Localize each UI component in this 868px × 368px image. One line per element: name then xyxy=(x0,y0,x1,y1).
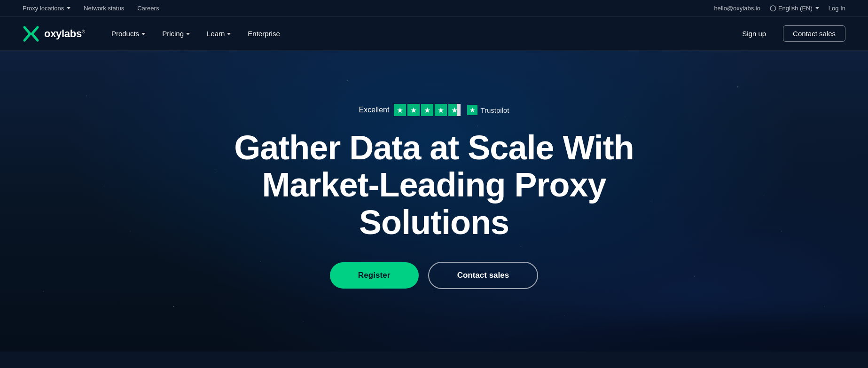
star-1: ★ xyxy=(394,104,406,116)
trustpilot-name: Trustpilot xyxy=(480,106,509,114)
learn-chevron xyxy=(227,33,231,35)
star-5-half: ★ xyxy=(448,104,461,116)
contact-sales-nav-button[interactable]: Contact sales xyxy=(783,25,845,42)
login-link[interactable]: Log In xyxy=(829,5,845,12)
star-4: ★ xyxy=(435,104,447,116)
proxy-locations-link[interactable]: Proxy locations xyxy=(23,5,70,12)
language-chevron xyxy=(815,7,819,9)
email-link[interactable]: hello@oxylabs.io xyxy=(714,5,760,12)
hero-headline: Gather Data at Scale With Market-Leading… xyxy=(223,129,646,241)
hero-ctas: Register Contact sales xyxy=(330,262,538,289)
trustpilot-excellent: Excellent xyxy=(359,106,389,114)
navbar-right: Sign up Contact sales xyxy=(733,25,845,42)
nav-enterprise[interactable]: Enterprise xyxy=(240,26,287,41)
nav-pricing[interactable]: Pricing xyxy=(155,26,197,41)
proxy-locations-chevron xyxy=(67,7,70,9)
topbar-left: Proxy locations Network status Careers xyxy=(23,5,159,12)
trustpilot-logo: ★ Trustpilot xyxy=(467,105,509,115)
nav-products[interactable]: Products xyxy=(104,26,153,41)
signup-button[interactable]: Sign up xyxy=(733,26,775,41)
hero-content: Excellent ★ ★ ★ ★ ★ ★ Trustpilot Gather … xyxy=(223,104,646,289)
trustpilot-star-icon: ★ xyxy=(467,105,477,115)
star-2: ★ xyxy=(407,104,420,116)
oxylabs-logo-icon xyxy=(23,25,39,42)
navbar-left: oxylabs® Products Pricing Learn Enterpri… xyxy=(23,25,288,42)
network-status-link[interactable]: Network status xyxy=(84,5,124,12)
careers-link[interactable]: Careers xyxy=(137,5,159,12)
trustpilot-stars: ★ ★ ★ ★ ★ xyxy=(394,104,461,116)
topbar: Proxy locations Network status Careers h… xyxy=(0,0,868,17)
contact-sales-hero-button[interactable]: Contact sales xyxy=(428,262,539,289)
logo-text: oxylabs® xyxy=(44,28,85,40)
hero-section: Excellent ★ ★ ★ ★ ★ ★ Trustpilot Gather … xyxy=(0,51,868,352)
language-selector[interactable]: ⬡ English (EN) xyxy=(770,4,819,13)
star-3: ★ xyxy=(421,104,433,116)
products-chevron xyxy=(141,33,145,35)
topbar-right: hello@oxylabs.io ⬡ English (EN) Log In xyxy=(714,4,845,13)
translate-icon: ⬡ xyxy=(770,4,776,13)
main-navbar: oxylabs® Products Pricing Learn Enterpri… xyxy=(0,17,868,51)
nav-links: Products Pricing Learn Enterprise xyxy=(104,26,288,41)
nav-learn[interactable]: Learn xyxy=(199,26,238,41)
pricing-chevron xyxy=(186,33,190,35)
register-button[interactable]: Register xyxy=(330,262,419,289)
logo[interactable]: oxylabs® xyxy=(23,25,85,42)
trustpilot-badge: Excellent ★ ★ ★ ★ ★ ★ Trustpilot xyxy=(359,104,509,116)
